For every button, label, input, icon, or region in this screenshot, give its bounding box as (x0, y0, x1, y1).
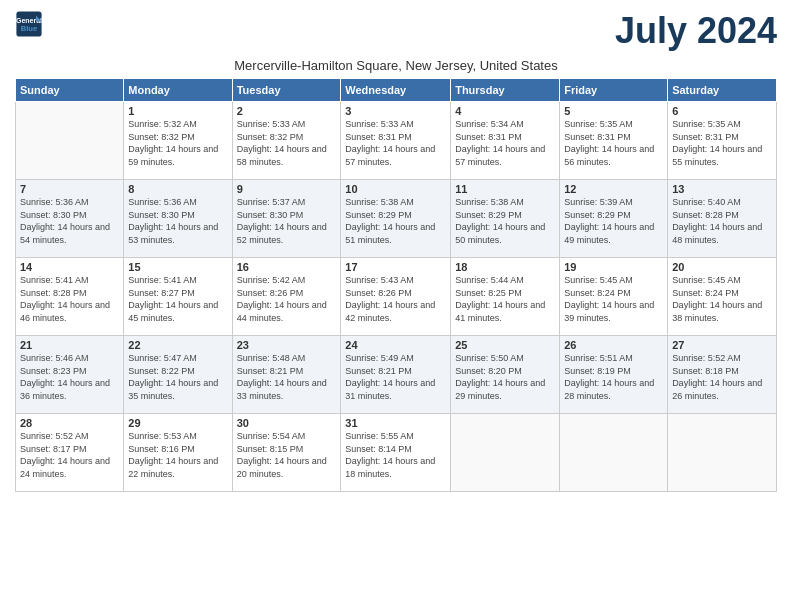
day-number: 17 (345, 261, 446, 273)
day-number: 8 (128, 183, 227, 195)
day-info: Sunrise: 5:51 AMSunset: 8:19 PMDaylight:… (564, 352, 663, 402)
table-row: 28 Sunrise: 5:52 AMSunset: 8:17 PMDaylig… (16, 414, 124, 492)
table-row: 20 Sunrise: 5:45 AMSunset: 8:24 PMDaylig… (668, 258, 777, 336)
table-row: 10 Sunrise: 5:38 AMSunset: 8:29 PMDaylig… (341, 180, 451, 258)
calendar-week-row: 28 Sunrise: 5:52 AMSunset: 8:17 PMDaylig… (16, 414, 777, 492)
day-info: Sunrise: 5:32 AMSunset: 8:32 PMDaylight:… (128, 118, 227, 168)
day-number: 26 (564, 339, 663, 351)
table-row: 2 Sunrise: 5:33 AMSunset: 8:32 PMDayligh… (232, 102, 341, 180)
day-number: 28 (20, 417, 119, 429)
table-row: 9 Sunrise: 5:37 AMSunset: 8:30 PMDayligh… (232, 180, 341, 258)
main-title: July 2024 (615, 10, 777, 52)
calendar-week-row: 14 Sunrise: 5:41 AMSunset: 8:28 PMDaylig… (16, 258, 777, 336)
title-section: July 2024 (615, 10, 777, 52)
day-number: 3 (345, 105, 446, 117)
day-number: 12 (564, 183, 663, 195)
day-info: Sunrise: 5:45 AMSunset: 8:24 PMDaylight:… (672, 274, 772, 324)
day-info: Sunrise: 5:35 AMSunset: 8:31 PMDaylight:… (672, 118, 772, 168)
table-row: 5 Sunrise: 5:35 AMSunset: 8:31 PMDayligh… (560, 102, 668, 180)
col-tuesday: Tuesday (232, 79, 341, 102)
header-row: Sunday Monday Tuesday Wednesday Thursday… (16, 79, 777, 102)
col-saturday: Saturday (668, 79, 777, 102)
day-number: 7 (20, 183, 119, 195)
calendar-week-row: 7 Sunrise: 5:36 AMSunset: 8:30 PMDayligh… (16, 180, 777, 258)
day-info: Sunrise: 5:42 AMSunset: 8:26 PMDaylight:… (237, 274, 337, 324)
table-row: 4 Sunrise: 5:34 AMSunset: 8:31 PMDayligh… (451, 102, 560, 180)
day-info: Sunrise: 5:33 AMSunset: 8:31 PMDaylight:… (345, 118, 446, 168)
col-thursday: Thursday (451, 79, 560, 102)
table-row (560, 414, 668, 492)
table-row: 22 Sunrise: 5:47 AMSunset: 8:22 PMDaylig… (124, 336, 232, 414)
col-sunday: Sunday (16, 79, 124, 102)
table-row: 19 Sunrise: 5:45 AMSunset: 8:24 PMDaylig… (560, 258, 668, 336)
day-info: Sunrise: 5:41 AMSunset: 8:27 PMDaylight:… (128, 274, 227, 324)
day-info: Sunrise: 5:46 AMSunset: 8:23 PMDaylight:… (20, 352, 119, 402)
day-number: 15 (128, 261, 227, 273)
table-row: 3 Sunrise: 5:33 AMSunset: 8:31 PMDayligh… (341, 102, 451, 180)
table-row: 1 Sunrise: 5:32 AMSunset: 8:32 PMDayligh… (124, 102, 232, 180)
table-row: 6 Sunrise: 5:35 AMSunset: 8:31 PMDayligh… (668, 102, 777, 180)
day-number: 2 (237, 105, 337, 117)
day-number: 30 (237, 417, 337, 429)
table-row (451, 414, 560, 492)
day-info: Sunrise: 5:49 AMSunset: 8:21 PMDaylight:… (345, 352, 446, 402)
day-info: Sunrise: 5:45 AMSunset: 8:24 PMDaylight:… (564, 274, 663, 324)
day-number: 31 (345, 417, 446, 429)
col-wednesday: Wednesday (341, 79, 451, 102)
day-number: 9 (237, 183, 337, 195)
calendar-week-row: 21 Sunrise: 5:46 AMSunset: 8:23 PMDaylig… (16, 336, 777, 414)
day-info: Sunrise: 5:36 AMSunset: 8:30 PMDaylight:… (20, 196, 119, 246)
day-number: 25 (455, 339, 555, 351)
day-number: 22 (128, 339, 227, 351)
day-number: 23 (237, 339, 337, 351)
table-row: 26 Sunrise: 5:51 AMSunset: 8:19 PMDaylig… (560, 336, 668, 414)
table-row: 14 Sunrise: 5:41 AMSunset: 8:28 PMDaylig… (16, 258, 124, 336)
day-number: 20 (672, 261, 772, 273)
subtitle: Mercerville-Hamilton Square, New Jersey,… (234, 58, 557, 73)
day-number: 18 (455, 261, 555, 273)
day-number: 10 (345, 183, 446, 195)
day-number: 27 (672, 339, 772, 351)
day-info: Sunrise: 5:52 AMSunset: 8:17 PMDaylight:… (20, 430, 119, 480)
logo: General Blue (15, 10, 43, 38)
day-info: Sunrise: 5:38 AMSunset: 8:29 PMDaylight:… (345, 196, 446, 246)
day-info: Sunrise: 5:34 AMSunset: 8:31 PMDaylight:… (455, 118, 555, 168)
table-row: 17 Sunrise: 5:43 AMSunset: 8:26 PMDaylig… (341, 258, 451, 336)
calendar-week-row: 1 Sunrise: 5:32 AMSunset: 8:32 PMDayligh… (16, 102, 777, 180)
table-row: 7 Sunrise: 5:36 AMSunset: 8:30 PMDayligh… (16, 180, 124, 258)
table-row: 15 Sunrise: 5:41 AMSunset: 8:27 PMDaylig… (124, 258, 232, 336)
table-row: 11 Sunrise: 5:38 AMSunset: 8:29 PMDaylig… (451, 180, 560, 258)
table-row: 29 Sunrise: 5:53 AMSunset: 8:16 PMDaylig… (124, 414, 232, 492)
day-info: Sunrise: 5:41 AMSunset: 8:28 PMDaylight:… (20, 274, 119, 324)
day-info: Sunrise: 5:43 AMSunset: 8:26 PMDaylight:… (345, 274, 446, 324)
svg-text:Blue: Blue (21, 24, 38, 33)
calendar-table: Sunday Monday Tuesday Wednesday Thursday… (15, 78, 777, 492)
day-number: 11 (455, 183, 555, 195)
col-friday: Friday (560, 79, 668, 102)
day-number: 5 (564, 105, 663, 117)
day-number: 24 (345, 339, 446, 351)
table-row: 13 Sunrise: 5:40 AMSunset: 8:28 PMDaylig… (668, 180, 777, 258)
day-number: 14 (20, 261, 119, 273)
day-info: Sunrise: 5:55 AMSunset: 8:14 PMDaylight:… (345, 430, 446, 480)
day-info: Sunrise: 5:44 AMSunset: 8:25 PMDaylight:… (455, 274, 555, 324)
table-row: 27 Sunrise: 5:52 AMSunset: 8:18 PMDaylig… (668, 336, 777, 414)
day-number: 1 (128, 105, 227, 117)
day-number: 29 (128, 417, 227, 429)
table-row: 18 Sunrise: 5:44 AMSunset: 8:25 PMDaylig… (451, 258, 560, 336)
table-row: 8 Sunrise: 5:36 AMSunset: 8:30 PMDayligh… (124, 180, 232, 258)
day-info: Sunrise: 5:33 AMSunset: 8:32 PMDaylight:… (237, 118, 337, 168)
day-number: 6 (672, 105, 772, 117)
calendar-page: General Blue July 2024 Mercerville-Hamil… (0, 0, 792, 612)
logo-icon: General Blue (15, 10, 43, 38)
table-row: 12 Sunrise: 5:39 AMSunset: 8:29 PMDaylig… (560, 180, 668, 258)
table-row (16, 102, 124, 180)
table-row: 31 Sunrise: 5:55 AMSunset: 8:14 PMDaylig… (341, 414, 451, 492)
table-row: 21 Sunrise: 5:46 AMSunset: 8:23 PMDaylig… (16, 336, 124, 414)
day-info: Sunrise: 5:52 AMSunset: 8:18 PMDaylight:… (672, 352, 772, 402)
table-row: 16 Sunrise: 5:42 AMSunset: 8:26 PMDaylig… (232, 258, 341, 336)
day-info: Sunrise: 5:36 AMSunset: 8:30 PMDaylight:… (128, 196, 227, 246)
subtitle-row: Mercerville-Hamilton Square, New Jersey,… (15, 56, 777, 74)
col-monday: Monday (124, 79, 232, 102)
day-info: Sunrise: 5:50 AMSunset: 8:20 PMDaylight:… (455, 352, 555, 402)
